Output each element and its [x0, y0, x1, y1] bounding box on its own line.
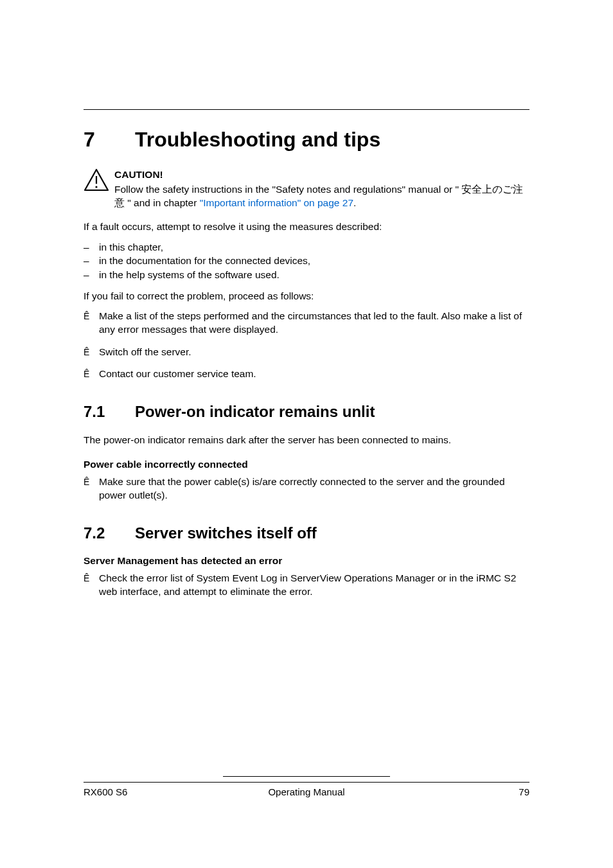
arrow-marker: Ê: [84, 310, 99, 337]
svg-point-1: [95, 186, 97, 188]
step-text: Make sure that the power cable(s) is/are…: [99, 475, 529, 502]
footer-center: Operating Manual: [84, 786, 529, 797]
list-item-text: in the help systems of the software used…: [99, 268, 280, 282]
step-item: ÊMake a list of the steps performed and …: [84, 310, 529, 337]
dash-marker: –: [84, 240, 99, 254]
list-item-text: in this chapter,: [99, 240, 163, 254]
top-rule: [84, 109, 529, 110]
fail-text: If you fail to correct the problem, proc…: [84, 290, 529, 303]
step-item: ÊSwitch off the server.: [84, 346, 529, 359]
chapter-number: 7: [84, 128, 135, 152]
intro-text: If a fault occurs, attempt to resolve it…: [84, 220, 529, 234]
caution-link[interactable]: "Important information" on page 27: [200, 197, 353, 208]
chapter-title: Troubleshooting and tips: [135, 128, 380, 152]
caution-body: CAUTION! Follow the safety instructions …: [114, 168, 529, 210]
step-text: Check the error list of System Event Log…: [99, 572, 529, 599]
section-72-subheading: Server Management has detected an error: [84, 555, 529, 567]
step-item: ÊContact our customer service team.: [84, 368, 529, 381]
section-71-subheading: Power cable incorrectly connected: [84, 459, 529, 470]
section-71-steps: ÊMake sure that the power cable(s) is/ar…: [84, 475, 529, 502]
step-text: Switch off the server.: [99, 346, 191, 359]
arrow-marker: Ê: [84, 368, 99, 381]
section-number: 7.1: [84, 403, 135, 421]
dash-marker: –: [84, 254, 99, 268]
caution-text-after: .: [353, 197, 356, 208]
arrow-marker: Ê: [84, 346, 99, 359]
section-71-body: The power-on indicator remains dark afte…: [84, 434, 529, 447]
arrow-marker: Ê: [84, 475, 99, 502]
section-title: Server switches itself off: [135, 524, 317, 542]
page-footer: RX600 S6 Operating Manual 79: [84, 776, 529, 797]
section-72-heading: 7.2 Server switches itself off: [84, 524, 529, 542]
step-item: ÊCheck the error list of System Event Lo…: [84, 572, 529, 599]
section-number: 7.2: [84, 524, 135, 542]
section-71-heading: 7.1 Power-on indicator remains unlit: [84, 403, 529, 421]
chapter-heading: 7 Troubleshooting and tips: [84, 128, 529, 152]
section-72-steps: ÊCheck the error list of System Event Lo…: [84, 572, 529, 599]
footer-rule-top: [223, 776, 390, 777]
list-item-text: in the documentation for the connected d…: [99, 254, 310, 268]
section-title: Power-on indicator remains unlit: [135, 403, 375, 421]
caution-title: CAUTION!: [114, 168, 529, 182]
list-item: –in the documentation for the connected …: [84, 254, 529, 268]
step-text: Contact our customer service team.: [99, 368, 256, 381]
list-item: –in this chapter,: [84, 240, 529, 254]
caution-block: CAUTION! Follow the safety instructions …: [84, 168, 529, 210]
step-text: Make a list of the steps performed and t…: [99, 310, 529, 337]
list-item: –in the help systems of the software use…: [84, 268, 529, 282]
step-item: ÊMake sure that the power cable(s) is/ar…: [84, 475, 529, 502]
dash-marker: –: [84, 268, 99, 282]
steps-list: ÊMake a list of the steps performed and …: [84, 310, 529, 382]
arrow-marker: Ê: [84, 572, 99, 599]
dash-list: –in this chapter, –in the documentation …: [84, 240, 529, 282]
caution-icon: [84, 168, 114, 210]
